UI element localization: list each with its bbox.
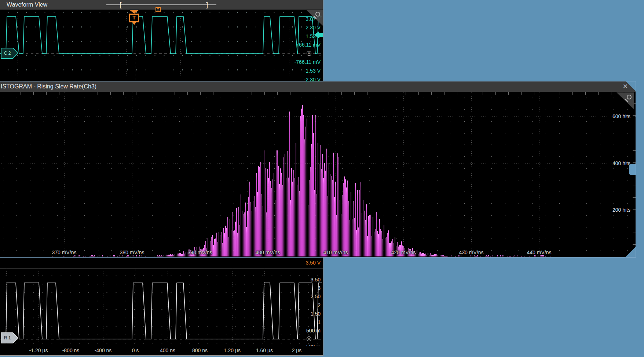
- histogram-bar: [486, 255, 487, 256]
- minimap-trigger-symbol: T: [155, 7, 161, 12]
- histogram-bar: [477, 255, 478, 256]
- histogram-bar: [356, 230, 357, 256]
- histogram-bar: [524, 256, 525, 256]
- histogram-bar: [513, 256, 514, 256]
- histogram-bar: [298, 177, 299, 256]
- histogram-bar: [161, 255, 162, 256]
- r1-ground-marker: 0: [307, 336, 311, 341]
- histogram-bar: [303, 115, 304, 256]
- oscilloscope-screen: Waveform View [ ] T T: [0, 0, 644, 357]
- histogram-bar: [154, 256, 154, 256]
- histogram-bar: [447, 256, 448, 256]
- histogram-bar: [440, 255, 440, 256]
- histogram-plot[interactable]: 370 mV/ns380 mV/ns390 mV/ns400 mV/ns410 …: [0, 92, 636, 257]
- channel-badge-c2[interactable]: C 2: [1, 48, 18, 59]
- histogram-bar: [355, 183, 356, 256]
- histogram-bar: [343, 183, 344, 256]
- trigger-arrow-icon: [129, 10, 139, 14]
- histogram-bar: [347, 181, 348, 256]
- histogram-bar: [446, 256, 447, 256]
- trigger-position-badge[interactable]: T: [129, 10, 139, 25]
- histogram-title: ISTOGRAM - Rising Slew Rate(Ch3): [1, 81, 96, 92]
- histogram-bar: [178, 254, 179, 256]
- histogram-bar: [91, 255, 92, 256]
- histogram-bar: [521, 256, 522, 256]
- histogram-bar: [291, 168, 292, 256]
- histogram-bar: [126, 256, 127, 256]
- channel-badge-r1[interactable]: R 1: [1, 332, 18, 343]
- histogram-bar: [159, 255, 160, 256]
- histogram-bar: [442, 255, 443, 256]
- ch2-waveform-plot[interactable]: T C 2 0 3.07 V2.30 V1.53 V766.11 mV-766.…: [0, 10, 323, 81]
- histogram-bar: [300, 116, 301, 256]
- r1-waveform-plot[interactable]: R 1 0 3.5032.5021.501500 m-500 m: [0, 269, 323, 346]
- time-tick-label: 800 ns: [182, 347, 217, 353]
- minimap-right-bracket[interactable]: ]: [206, 0, 208, 9]
- histogram-bar: [77, 256, 77, 256]
- horizontal-position-minimap[interactable]: [ ] T: [106, 0, 216, 10]
- histogram-bar: [243, 214, 244, 256]
- minor-gridline: [471, 92, 472, 256]
- x-tick-label: 440 mV/ns: [519, 249, 559, 255]
- y-tick-label: 400 hits: [612, 160, 630, 166]
- histogram-bar: [373, 217, 373, 256]
- histogram-bar: [365, 220, 366, 256]
- histogram-bar: [287, 151, 288, 256]
- histogram-bar: [117, 256, 118, 256]
- histogram-bar: [369, 215, 370, 256]
- histogram-bar: [435, 254, 436, 256]
- histogram-bar: [249, 182, 250, 256]
- histogram-bar: [164, 255, 164, 256]
- histogram-bar: [233, 231, 234, 256]
- histogram-bar: [337, 153, 338, 256]
- histogram-bar: [362, 213, 362, 256]
- histogram-bar: [65, 256, 65, 256]
- trigger-level-arrow[interactable]: [314, 32, 323, 38]
- histogram-bar: [315, 115, 316, 256]
- channel-badge-label: C 2: [1, 48, 18, 59]
- histogram-bar: [324, 163, 325, 256]
- histogram-bar: [167, 255, 168, 256]
- histogram-bar: [248, 197, 249, 256]
- histogram-bar: [173, 255, 174, 256]
- histogram-bar: [375, 229, 376, 256]
- waveform-view-titlebar[interactable]: Waveform View [ ] T: [0, 0, 323, 10]
- histogram-bar: [545, 256, 546, 256]
- histogram-bar: [256, 173, 257, 256]
- histogram-bar: [430, 253, 431, 256]
- histogram-bar: [316, 194, 317, 256]
- histogram-bar: [309, 180, 310, 256]
- minimap-left-bracket[interactable]: [: [120, 0, 121, 9]
- histogram-bar: [367, 236, 368, 256]
- minimap-trigger-marker[interactable]: T: [155, 0, 161, 12]
- histogram-bar: [550, 256, 550, 256]
- histogram-bar: [535, 255, 536, 256]
- ch2-ground-marker: 0: [307, 51, 311, 56]
- histogram-bar: [326, 149, 327, 256]
- histogram-bar: [320, 145, 321, 256]
- right-edge-handle[interactable]: [629, 164, 636, 175]
- histogram-bar: [307, 119, 307, 256]
- histogram-bar: [253, 201, 253, 256]
- histogram-bar: [172, 254, 173, 256]
- histogram-bar: [162, 256, 163, 256]
- histogram-bar: [378, 234, 379, 256]
- histogram-titlebar[interactable]: ISTOGRAM - Rising Slew Rate(Ch3) ✕: [0, 81, 636, 92]
- histogram-bar: [438, 255, 438, 256]
- histogram-bar: [444, 256, 445, 256]
- histogram-bar: [502, 255, 503, 256]
- ch2-trace: [0, 17, 322, 54]
- histogram-bar: [332, 180, 333, 256]
- histogram-bar: [133, 255, 133, 256]
- histogram-bar: [476, 256, 477, 256]
- histogram-bar: [89, 256, 89, 256]
- histogram-bar: [304, 139, 305, 256]
- histogram-bar: [275, 200, 275, 256]
- histogram-bar: [515, 255, 515, 256]
- histogram-bar: [286, 178, 286, 256]
- histogram-bar: [450, 256, 450, 256]
- time-tick-label: 1.20 µs: [215, 347, 250, 353]
- histogram-bar: [92, 255, 93, 256]
- histogram-bar: [333, 153, 334, 256]
- histogram-bar: [226, 228, 227, 256]
